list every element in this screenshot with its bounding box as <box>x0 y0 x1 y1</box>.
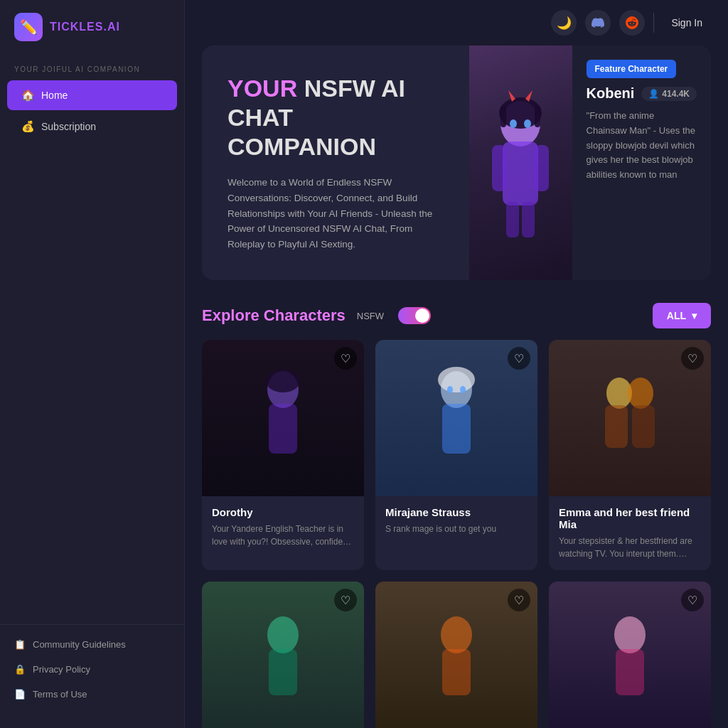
sidebar-home-label: Home <box>41 90 68 101</box>
svg-rect-17 <box>442 404 471 454</box>
hero-image-area: Feature Character Kobeni 👤 414.4K "From … <box>469 46 711 280</box>
explore-header: Explore Characters NSFW ALL ▾ <box>185 297 728 340</box>
logo-area: ✏️ TICKLES.AI <box>0 0 184 54</box>
sidebar-nav: 🏠 Home 💰 Subscription <box>0 79 184 624</box>
svg-rect-14 <box>269 404 297 454</box>
feature-badge-text: Feature Character <box>595 64 668 74</box>
toggle-knob <box>415 309 429 323</box>
sidebar-item-subscription[interactable]: 💰 Subscription <box>7 112 177 141</box>
feature-card: Feature Character Kobeni 👤 414.4K "From … <box>572 46 711 280</box>
character-info-2: Mirajane Strauss S rank mage is out to g… <box>375 496 537 545</box>
privacy-icon: 🔒 <box>14 664 26 675</box>
svg-point-10 <box>524 119 531 128</box>
svg-rect-7 <box>500 106 506 127</box>
terms-label: Terms of Use <box>33 689 87 700</box>
svg-point-25 <box>267 616 299 653</box>
character-info-3: Emma and her best friend Mia Your stepsi… <box>549 496 711 570</box>
community-label: Community Guidelines <box>33 639 126 650</box>
sidebar: ✏️ TICKLES.AI YOUR JOIFUL AI COMPANION 🏠… <box>0 0 185 728</box>
svg-point-9 <box>510 119 517 128</box>
svg-point-18 <box>438 367 475 392</box>
svg-point-20 <box>460 386 466 393</box>
chevron-down-icon: ▾ <box>692 310 697 321</box>
character-card-image-3: ♡ <box>549 340 711 496</box>
feature-character-name: Kobeni 👤 414.4K <box>587 85 697 102</box>
character-card-image-4: ♡ <box>202 582 364 728</box>
hero-text: YOUR NSFW AICHAT COMPANION Welcome to a … <box>202 46 469 280</box>
svg-point-27 <box>441 616 472 653</box>
character-name-2: Mirajane Strauss <box>385 506 528 518</box>
character-card-3[interactable]: ♡ Emma and her best friend Mia Your step… <box>549 340 711 570</box>
explore-title-group: Explore Characters NSFW <box>202 306 431 325</box>
character-info-1: Dorothy Your Yandere English Teacher is … <box>202 496 364 558</box>
reddit-button[interactable] <box>619 10 645 36</box>
sidebar-privacy-policy[interactable]: 🔒 Privacy Policy <box>0 657 184 682</box>
person-icon: 👤 <box>648 89 659 99</box>
character-card-4[interactable]: ♡ Character 4 A mysterious character wai… <box>202 582 364 728</box>
character-card-image-2: ♡ <box>375 340 537 496</box>
sidebar-footer: 📋 Community Guidelines 🔒 Privacy Policy … <box>0 624 184 714</box>
hero-description: Welcome to a World of Endless NSFW Conve… <box>228 175 444 252</box>
svg-point-15 <box>266 370 300 392</box>
sidebar-subscription-label: Subscription <box>41 121 96 132</box>
main-content: 🌙 Sign In YOUR NSFW AICHAT COMPANION Wel… <box>185 0 728 728</box>
svg-rect-1 <box>503 141 538 205</box>
svg-rect-24 <box>632 405 655 448</box>
svg-rect-2 <box>492 145 506 191</box>
character-desc-1: Your Yandere English Teacher is in love … <box>212 523 354 548</box>
community-icon: 📋 <box>14 639 26 650</box>
character-count-badge: 👤 414.4K <box>641 87 697 101</box>
sidebar-section-label: YOUR JOIFUL AI COMPANION <box>0 54 184 79</box>
hero-character-image <box>469 46 572 280</box>
privacy-label: Privacy Policy <box>33 664 90 675</box>
character-desc-2: S rank mage is out to get you <box>385 523 528 535</box>
home-icon: 🏠 <box>21 89 34 102</box>
character-card-1[interactable]: ♡ Dorothy Your Yandere English Teacher i… <box>202 340 364 570</box>
sidebar-item-home[interactable]: 🏠 Home <box>7 80 177 110</box>
svg-rect-28 <box>442 649 471 695</box>
svg-rect-26 <box>269 649 297 695</box>
subscription-icon: 💰 <box>21 120 34 133</box>
filter-label: ALL <box>667 310 686 321</box>
character-card-5[interactable]: ♡ Character 5 An exciting companion read… <box>375 582 537 728</box>
characters-grid: ♡ Dorothy Your Yandere English Teacher i… <box>185 340 728 728</box>
dark-mode-button[interactable]: 🌙 <box>551 10 577 36</box>
svg-rect-3 <box>535 145 549 191</box>
hero-section: YOUR NSFW AICHAT COMPANION Welcome to a … <box>202 46 711 280</box>
nsfw-toggle[interactable] <box>398 307 431 324</box>
sign-in-button[interactable]: Sign In <box>663 13 711 33</box>
nsfw-label: NSFW <box>357 311 384 321</box>
character-card-2[interactable]: ♡ Mirajane Strauss S rank mage is out to… <box>375 340 537 570</box>
terms-icon: 📄 <box>14 689 26 700</box>
svg-point-29 <box>614 616 646 653</box>
discord-button[interactable] <box>585 10 611 36</box>
character-name-3: Emma and her best friend Mia <box>559 506 701 530</box>
logo-icon: ✏️ <box>14 13 43 41</box>
character-card-6[interactable]: ♡ Character 6 A unique personality to ex… <box>549 582 711 728</box>
character-name-1: Dorothy <box>212 506 354 518</box>
hero-title-your: YOUR <box>228 75 297 102</box>
svg-rect-30 <box>616 649 644 695</box>
character-card-image-6: ♡ <box>549 582 711 728</box>
explore-title: Explore Characters <box>202 306 346 325</box>
character-card-image-1: ♡ <box>202 340 364 496</box>
filter-dropdown[interactable]: ALL ▾ <box>653 303 711 328</box>
sidebar-community-guidelines[interactable]: 📋 Community Guidelines <box>0 632 184 657</box>
topbar-divider <box>653 13 654 33</box>
feature-character-description: "From the anime Chainsaw Man" - Uses the… <box>587 109 697 183</box>
feature-badge: Feature Character <box>587 60 677 78</box>
svg-rect-4 <box>506 202 519 237</box>
svg-point-22 <box>628 378 653 409</box>
svg-rect-5 <box>522 202 535 237</box>
svg-rect-8 <box>535 106 540 127</box>
app-name: TICKLES.AI <box>50 21 120 33</box>
svg-rect-23 <box>605 405 628 448</box>
svg-point-19 <box>447 386 453 393</box>
topbar: 🌙 Sign In <box>185 0 728 46</box>
character-card-image-5: ♡ <box>375 582 537 728</box>
character-desc-3: Your stepsister & her bestfriend are wat… <box>559 535 701 560</box>
anime-placeholder <box>469 46 572 280</box>
sidebar-terms-of-use[interactable]: 📄 Terms of Use <box>0 682 184 707</box>
hero-title: YOUR NSFW AICHAT COMPANION <box>228 74 444 161</box>
